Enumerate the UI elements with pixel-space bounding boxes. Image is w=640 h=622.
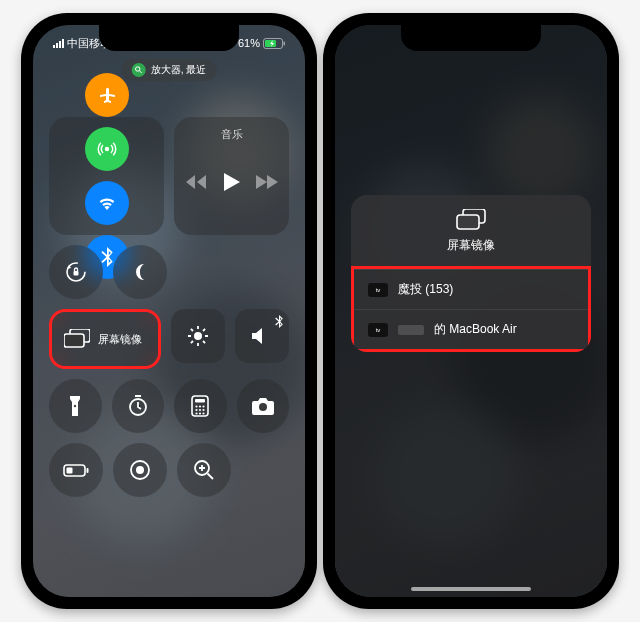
svg-point-24 — [199, 412, 201, 414]
cellular-button[interactable] — [85, 127, 129, 171]
device-name: 魔投 (153) — [398, 281, 453, 298]
redacted-name — [398, 325, 424, 335]
music-title: 音乐 — [221, 127, 243, 142]
phone-left: 中国移动 61% 放大器, 最近 — [21, 13, 317, 609]
battery-outline-icon — [63, 464, 89, 477]
bluetooth-icon — [101, 247, 113, 267]
device-list-highlight: tv 魔投 (153) tv 的 MacBook Air — [351, 266, 591, 352]
calculator-icon — [191, 395, 209, 417]
svg-rect-28 — [87, 468, 89, 473]
timer-button[interactable] — [112, 379, 165, 433]
notch — [99, 25, 239, 51]
sheet-title: 屏幕镜像 — [447, 237, 495, 254]
svg-point-18 — [199, 405, 201, 407]
screen-mirror-icon — [64, 329, 90, 349]
device-row[interactable]: tv 的 MacBook Air — [354, 309, 588, 349]
screen-mirror-label: 屏幕镜像 — [98, 332, 142, 347]
svg-rect-34 — [457, 215, 479, 229]
notch — [401, 25, 541, 51]
svg-point-26 — [259, 403, 267, 411]
svg-point-13 — [74, 405, 76, 407]
timer-icon — [127, 395, 149, 417]
calculator-button[interactable] — [174, 379, 227, 433]
screen: 屏幕镜像 tv 魔投 (153) tv 的 MacBook Air — [335, 25, 607, 597]
screen-mirror-sheet: 屏幕镜像 tv 魔投 (153) tv 的 MacBook Air — [351, 195, 591, 352]
bluetooth-small-icon — [275, 315, 283, 328]
appletv-icon: tv — [368, 323, 388, 337]
battery-icon — [263, 38, 285, 49]
brightness-button[interactable] — [171, 309, 225, 363]
camera-icon — [251, 397, 275, 415]
magnifier-plus-icon — [193, 459, 215, 481]
recent-pill-label: 放大器, 最近 — [151, 63, 207, 77]
appletv-icon: tv — [368, 283, 388, 297]
airplane-button[interactable] — [85, 73, 129, 117]
svg-rect-9 — [74, 271, 79, 276]
svg-rect-11 — [64, 334, 84, 347]
svg-point-22 — [203, 409, 205, 411]
airplane-icon — [97, 85, 117, 105]
volume-button[interactable] — [235, 309, 289, 363]
svg-rect-5 — [284, 41, 286, 45]
svg-point-17 — [196, 405, 198, 407]
svg-point-23 — [196, 412, 198, 414]
svg-point-6 — [136, 67, 140, 71]
magnifier-badge-icon — [132, 63, 146, 77]
cellular-icon — [97, 139, 117, 159]
svg-point-20 — [196, 409, 198, 411]
screen-record-button[interactable] — [113, 443, 167, 497]
orientation-lock-button[interactable] — [49, 245, 103, 299]
flashlight-button[interactable] — [49, 379, 102, 433]
phone-right: 屏幕镜像 tv 魔投 (153) tv 的 MacBook Air — [323, 13, 619, 609]
device-row[interactable]: tv 魔投 (153) — [354, 269, 588, 309]
wifi-button[interactable] — [85, 181, 129, 225]
svg-point-31 — [136, 466, 144, 474]
orientation-lock-icon — [64, 260, 88, 284]
svg-rect-29 — [67, 467, 73, 473]
magnifier-button[interactable] — [177, 443, 231, 497]
svg-point-19 — [203, 405, 205, 407]
svg-point-25 — [203, 412, 205, 414]
svg-point-12 — [194, 332, 202, 340]
play-icon[interactable] — [224, 173, 240, 191]
signal-icon — [53, 39, 64, 48]
music-tile[interactable]: 音乐 — [174, 117, 289, 235]
moon-icon — [130, 262, 150, 282]
connectivity-tile — [49, 117, 164, 235]
lowpower-button[interactable] — [49, 443, 103, 497]
home-indicator[interactable] — [411, 587, 531, 591]
screen: 中国移动 61% 放大器, 最近 — [33, 25, 305, 597]
dnd-button[interactable] — [113, 245, 167, 299]
brightness-icon — [186, 324, 210, 348]
battery-pct: 61% — [238, 37, 260, 49]
recent-pill[interactable]: 放大器, 最近 — [122, 59, 217, 81]
rewind-icon[interactable] — [186, 175, 208, 189]
flashlight-icon — [69, 395, 81, 417]
screen-mirror-icon — [456, 209, 486, 231]
forward-icon[interactable] — [256, 175, 278, 189]
camera-button[interactable] — [237, 379, 290, 433]
svg-rect-16 — [195, 399, 205, 403]
svg-point-21 — [199, 409, 201, 411]
record-icon — [129, 459, 151, 481]
device-name: 的 MacBook Air — [434, 321, 517, 338]
screen-mirror-button[interactable]: 屏幕镜像 — [52, 312, 158, 366]
wifi-icon — [97, 195, 117, 211]
svg-point-7 — [104, 147, 108, 151]
control-center: 音乐 — [49, 117, 289, 507]
volume-icon — [252, 327, 272, 345]
